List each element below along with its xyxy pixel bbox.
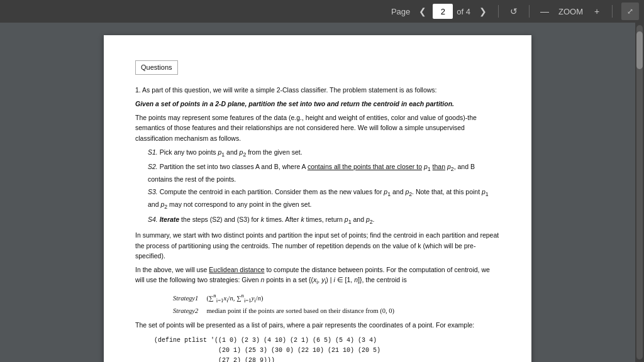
next-page-button[interactable]: ❯ <box>474 3 492 20</box>
page-number-input[interactable] <box>433 4 453 19</box>
scrollbar-track[interactable] <box>636 25 643 359</box>
step-s3: S3. Compute the centroid in each partiti… <box>148 187 500 211</box>
item-number: 1. <box>135 86 142 94</box>
refresh-button[interactable]: ↺ <box>505 3 523 20</box>
problem-statement: Given a set of points in a 2-D plane, pa… <box>135 99 500 109</box>
questions-label: Questions <box>135 60 178 75</box>
right-scrollbar[interactable] <box>635 23 644 362</box>
divider-3 <box>612 5 613 18</box>
main-area: Questions 1. As part of this question, w… <box>0 23 644 362</box>
zoom-in-button[interactable]: + <box>588 3 606 20</box>
para-2: In summary, we start with two distinct p… <box>135 230 500 261</box>
strategy-2: Strategy2 median point if the points are… <box>173 305 500 317</box>
expand-button[interactable]: ⤢ <box>621 3 639 20</box>
para-1: The points may represent some features o… <box>135 112 500 143</box>
code-example: (define ptlist '((1 0) (2 3) (4 10) (2 1… <box>154 336 500 362</box>
scrollbar-thumb[interactable] <box>636 31 643 69</box>
total-pages: of 4 <box>457 7 470 16</box>
page-label: Page <box>391 7 410 16</box>
page-content: Questions 1. As part of this question, w… <box>104 35 531 362</box>
page-navigation: Page ❮ of 4 ❯ <box>391 3 492 20</box>
pdf-viewer[interactable]: Questions 1. As part of this question, w… <box>0 23 635 362</box>
strategies: Strategy1 (∑ni=1xi/n, ∑ni=1yi/n) Strateg… <box>173 291 500 316</box>
step-s2: S2. Partition the set into two classes A… <box>148 162 500 184</box>
divider-2 <box>529 5 530 18</box>
strategy-1: Strategy1 (∑ni=1xi/n, ∑ni=1yi/n) <box>173 291 500 305</box>
zoom-out-button[interactable]: — <box>536 3 553 20</box>
question-1: 1. As part of this question, we will wri… <box>135 85 500 363</box>
toolbar: Page ❮ of 4 ❯ ↺ — ZOOM + ⤢ <box>0 0 644 23</box>
para-3: In the above, we will use Euclidean dist… <box>135 265 500 287</box>
step-s4: S4. Iterate the steps (S2) and (S3) for … <box>148 214 500 227</box>
step-s1: S1. Pick any two points p1 and p2 from t… <box>148 147 500 160</box>
divider-1 <box>498 5 499 18</box>
prev-page-button[interactable]: ❮ <box>414 3 431 20</box>
para-4: The set of points will be presented as a… <box>135 320 500 330</box>
question-1-intro: 1. As part of this question, we will wri… <box>135 85 500 95</box>
zoom-label: ZOOM <box>558 7 583 16</box>
